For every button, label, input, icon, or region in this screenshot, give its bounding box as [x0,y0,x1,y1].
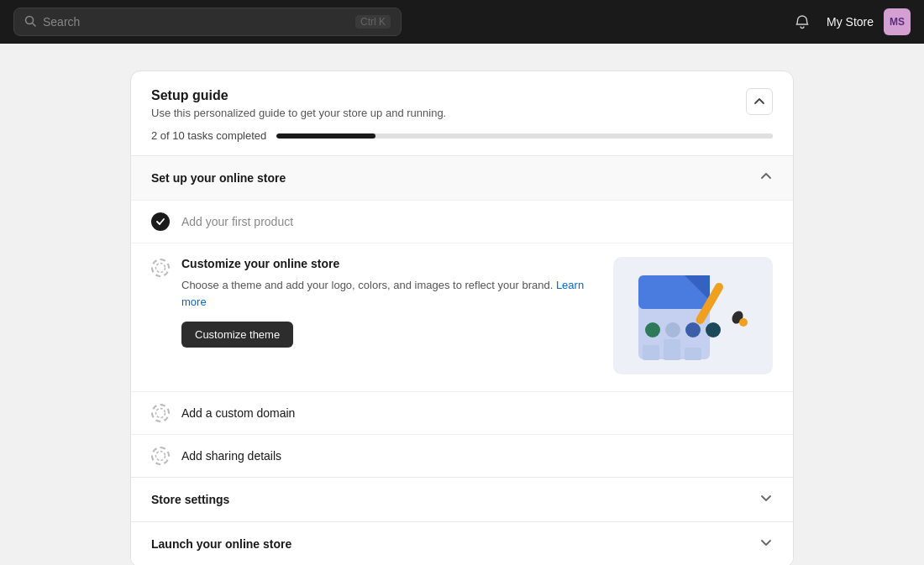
guide-header-text: Setup guide Use this personalized guide … [151,88,446,119]
svg-point-12 [739,318,748,327]
task-check-done [151,212,170,231]
task-sharing-details-label: Add sharing details [181,449,281,463]
svg-point-17 [156,452,165,461]
task-add-custom-domain[interactable]: Add a custom domain [131,391,793,434]
customize-task-content: Customize your online store Choose a the… [181,257,601,348]
task-add-first-product[interactable]: Add your first product [131,200,793,243]
customize-theme-button[interactable]: Customize theme [181,322,293,348]
guide-header: Setup guide Use this personalized guide … [131,71,793,156]
section-launch-store-header[interactable]: Launch your online store [131,522,793,565]
svg-rect-9 [706,322,721,337]
progress-bar-fill [276,133,375,139]
svg-point-2 [156,264,165,273]
section-store-settings: Store settings [131,478,793,522]
task-check-customize [151,259,170,277]
avatar[interactable]: MS [884,8,911,35]
search-placeholder: Search [43,15,349,29]
setup-guide-card: Setup guide Use this personalized guide … [130,71,794,565]
customize-task-title: Customize your online store [181,257,601,270]
progress-label: 2 of 10 tasks completed [151,129,266,142]
section-online-store-header[interactable]: Set up your online store [131,156,793,200]
svg-rect-14 [664,339,680,360]
section-launch-store-chevron [759,536,773,552]
svg-rect-13 [643,345,659,360]
task-customize-store: Customize your online store Choose a the… [131,243,793,391]
section-store-settings-header[interactable]: Store settings [131,478,793,521]
task-check-domain [151,404,170,422]
svg-rect-6 [645,322,660,337]
customize-illustration [613,257,773,374]
section-online-store-chevron [759,170,773,186]
progress-bar-background [276,133,773,139]
task-custom-domain-label: Add a custom domain [181,406,295,420]
notifications-button[interactable] [788,8,816,36]
section-store-settings-chevron [759,491,773,508]
section-online-store-title: Set up your online store [151,171,286,185]
svg-rect-7 [665,322,680,337]
topnav: Search Ctrl K My Store MS [0,0,924,44]
section-online-store: Set up your online store Add your first … [131,156,793,478]
section-launch-store-title: Launch your online store [151,537,291,551]
search-icon [24,15,36,29]
customize-task-desc: Choose a theme and add your logo, colors… [181,277,601,310]
section-launch-store: Launch your online store [131,522,793,565]
section-store-settings-title: Store settings [151,493,229,506]
guide-subtitle: Use this personalized guide to get your … [151,107,446,119]
svg-rect-15 [685,348,701,360]
task-check-sharing [151,447,170,465]
svg-rect-8 [685,322,701,337]
guide-title: Setup guide [151,88,446,103]
task-first-product-label: Add your first product [181,215,293,228]
svg-point-16 [156,409,165,418]
search-bar[interactable]: Search Ctrl K [13,8,402,36]
search-shortcut: Ctrl K [355,15,391,29]
learn-more-link[interactable]: Learn more [181,279,584,308]
progress-row: 2 of 10 tasks completed [151,129,773,142]
task-add-sharing-details[interactable]: Add sharing details [131,434,793,477]
store-name: My Store [827,15,874,29]
main-content: Setup guide Use this personalized guide … [0,44,924,565]
guide-collapse-button[interactable] [746,88,773,115]
svg-line-1 [33,23,36,26]
